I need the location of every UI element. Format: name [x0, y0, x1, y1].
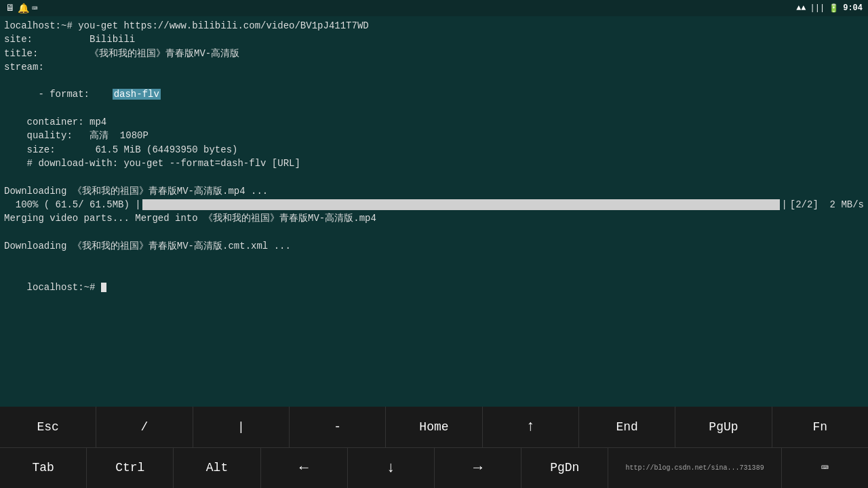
key-esc[interactable]: Esc [0, 407, 96, 447]
time-display: 9:04 [843, 3, 863, 13]
progress-text: 100% ( 61.5/ 61.5MB) [4, 198, 130, 211]
status-left: 🖥 🔔 ⌨ [5, 3, 37, 14]
progress-bar-container: | | [130, 198, 787, 211]
terminal-prompt: localhost:~# [4, 266, 864, 308]
key-pipe[interactable]: | [193, 407, 290, 447]
terminal-line-container: container: mp4 [4, 115, 864, 129]
keyboard-row-2: Tab Ctrl Alt ← ↓ → PgDn http://blog.csdn… [0, 448, 868, 489]
app-icon-3[interactable]: ⌨ [32, 3, 37, 14]
terminal-blank1 [4, 170, 864, 184]
terminal: localhost:~# you-get https://www.bilibil… [0, 16, 868, 407]
key-right[interactable]: → [435, 448, 521, 489]
keyboard-row-1: Esc / | - Home ↑ End PgUp Fn [0, 407, 868, 448]
key-alt[interactable]: Alt [174, 448, 260, 489]
signal-icon: ||| [810, 3, 825, 13]
terminal-line-merging: Merging video parts... Merged into 《我和我的… [4, 211, 864, 225]
key-home[interactable]: Home [386, 407, 482, 447]
terminal-blank3 [4, 253, 864, 266]
terminal-line-downloading1: Downloading 《我和我的祖国》青春版MV-高清版.mp4 ... [4, 184, 864, 198]
key-up[interactable]: ↑ [483, 407, 579, 447]
progress-bar [142, 199, 781, 210]
key-ctrl[interactable]: Ctrl [87, 448, 174, 489]
key-watermark: http://blog.csdn.net/sina...731389 [608, 448, 781, 489]
key-pgdn[interactable]: PgDn [521, 448, 608, 489]
keyboard-bar: Esc / | - Home ↑ End PgUp Fn Tab Ctrl Al… [0, 407, 868, 488]
terminal-blank2 [4, 225, 864, 239]
terminal-line-cmd: localhost:~# you-get https://www.bilibil… [4, 19, 864, 33]
key-slash[interactable]: / [96, 407, 193, 447]
terminal-progress-line: 100% ( 61.5/ 61.5MB) | | [2/2] 2 MB/s [4, 198, 864, 211]
wifi-icon: ▲▲ [796, 3, 806, 13]
prompt-text: localhost:~# [27, 282, 101, 293]
cursor [101, 283, 106, 292]
app-icon-1[interactable]: 🖥 [5, 3, 15, 14]
terminal-line-stream: stream: [4, 60, 864, 74]
key-minus[interactable]: - [290, 407, 386, 447]
key-left[interactable]: ← [261, 448, 348, 489]
app-icon-2[interactable]: 🔔 [18, 3, 29, 14]
terminal-line-title: title: 《我和我的祖国》青春版MV-高清版 [4, 47, 864, 60]
format-highlight: dash-flv [113, 89, 161, 100]
status-right: ▲▲ ||| 🔋 9:04 [796, 3, 863, 14]
key-tab[interactable]: Tab [0, 448, 87, 489]
key-pgup[interactable]: PgUp [675, 407, 772, 447]
status-bar: 🖥 🔔 ⌨ ▲▲ ||| 🔋 9:04 [0, 0, 868, 16]
terminal-line-site: site: Bilibili [4, 33, 864, 46]
key-keyboard-icon[interactable]: ⌨ [782, 448, 868, 489]
battery-icon: 🔋 [829, 3, 839, 14]
progress-stats: [2/2] 2 MB/s [787, 198, 864, 211]
terminal-line-downloading2: Downloading 《我和我的祖国》青春版MV-高清版.cmt.xml ..… [4, 239, 864, 253]
terminal-line-download-with: # download-with: you-get --format=dash-f… [4, 157, 864, 170]
key-fn[interactable]: Fn [772, 407, 868, 447]
key-down[interactable]: ↓ [348, 448, 435, 489]
terminal-line-size: size: 61.5 MiB (64493950 bytes) [4, 143, 864, 157]
key-end[interactable]: End [579, 407, 675, 447]
terminal-line-quality: quality: 高清 1080P [4, 129, 864, 142]
terminal-line-format: - format: dash-flv [4, 74, 864, 115]
